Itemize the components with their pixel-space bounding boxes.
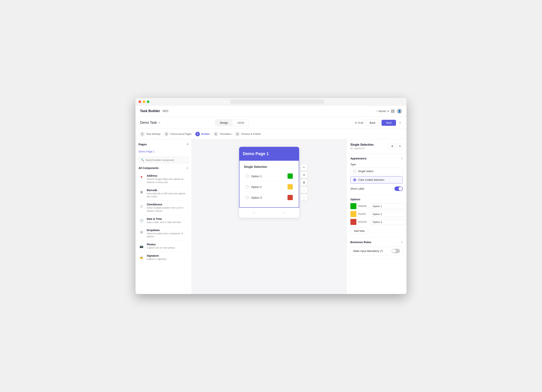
bc-step-2[interactable]: 2 Check-in/out Pages — [164, 132, 191, 136]
branch-icon: ⑂ — [376, 110, 377, 113]
add-page-button[interactable]: + — [187, 142, 189, 146]
type-label: Type — [350, 163, 403, 166]
maximize-traffic-light[interactable] — [147, 100, 149, 103]
bc-label-3: Builder — [201, 133, 210, 135]
components-header: All Components ∧ — [139, 166, 189, 170]
type-option-label-color-coded: Color Coded Selection — [358, 178, 384, 181]
canvas-option-label-3: Option 3 — [251, 196, 285, 199]
option-name-field-1[interactable] — [371, 203, 406, 209]
sidebar-header: Pages + — [139, 142, 189, 146]
component-desc-checkboxes: Select multiple answers from a list of a… — [147, 206, 189, 213]
photos-icon: 📷 — [139, 243, 145, 249]
bc-num-3: 3 — [195, 132, 200, 136]
next-button[interactable]: Next — [382, 120, 396, 126]
component-item-photos[interactable]: 📷 Photos Capture one or more photos — [139, 241, 189, 252]
component-item-dropdown[interactable]: ▤ Dropdown Select an option from a dropd… — [139, 226, 189, 241]
phone-nav-next[interactable]: → — [269, 208, 299, 218]
barcode-icon: ▦ — [139, 189, 145, 195]
radio-btn-1[interactable] — [245, 174, 249, 178]
canvas-wrapper: Demo Page 1 Single Selection Option 1 — [239, 147, 299, 218]
component-name-address: Address — [147, 174, 189, 177]
task-name-group: Demo Task ✏ — [140, 121, 161, 125]
phone-page-title: Demo Page 1 — [243, 151, 295, 156]
edit-toolbar-delete[interactable]: 🗑 — [301, 179, 307, 186]
appearance-collapse-icon[interactable]: ∧ — [401, 157, 403, 160]
bc-step-3[interactable]: 3 Builder — [195, 132, 210, 136]
component-item-address[interactable]: 📍 Address Search Google Maps and capture… — [139, 172, 189, 186]
bc-num-4: 4 — [214, 132, 218, 136]
component-info-checkboxes: Checkboxes Select multiple answers from … — [147, 203, 189, 213]
component-item-barcode[interactable]: ▦ Barcode Scan barcode or QR code and ca… — [139, 186, 189, 201]
business-rules-collapse-icon[interactable]: ∧ — [401, 241, 403, 244]
url-bar — [230, 99, 324, 104]
edit-toolbar-copy[interactable]: ⧉ — [301, 171, 307, 178]
type-option-single-select[interactable]: Single Select — [350, 168, 403, 175]
pages-title: Pages — [139, 143, 147, 146]
app-title-group: Task Builder BETA — [140, 109, 169, 113]
canvas-option-row-1[interactable]: Option 1 — [244, 171, 294, 182]
edit-toolbar-up[interactable]: ↑ — [301, 186, 307, 193]
type-radio-single-select[interactable] — [353, 170, 356, 173]
bc-step-5[interactable]: 5 Preview & Publish — [235, 132, 261, 136]
user-avatar[interactable]: 👤 — [397, 109, 402, 114]
close-button[interactable]: × — [398, 120, 402, 125]
component-name-signature: Signature — [147, 254, 189, 257]
draft-label: Draft — [358, 121, 363, 124]
close-traffic-light[interactable] — [139, 100, 141, 103]
phone-nav-prev[interactable]: ← — [239, 208, 269, 218]
bc-step-4[interactable]: 4 Translation — [214, 132, 232, 136]
type-option-color-coded[interactable]: Color Coded Selection — [350, 176, 403, 183]
tab-design[interactable]: Design — [216, 120, 233, 126]
bc-step-1[interactable]: 1 Task Settings — [140, 132, 160, 136]
back-button[interactable]: Back — [366, 120, 379, 126]
tab-json[interactable]: JSON — [233, 120, 249, 126]
option-color-2[interactable] — [350, 211, 356, 217]
component-item-signature[interactable]: ✍ Signature Capture a signature — [139, 252, 189, 263]
master-selector[interactable]: ⑂ Master ▾ — [376, 110, 389, 113]
panel-copy-button[interactable]: ⧉ — [397, 143, 403, 149]
mandatory-label: Make Input Mandatory (*) — [353, 250, 383, 252]
component-desc-photos: Capture one or more photos — [147, 246, 189, 250]
mandatory-toggle[interactable] — [392, 249, 400, 253]
search-input[interactable] — [146, 159, 186, 161]
phone-nav: ← → — [239, 208, 299, 218]
bc-label-1: Task Settings — [146, 133, 160, 135]
page-item-demo[interactable]: Demo Page 1 — [139, 149, 189, 154]
option-name-field-3[interactable] — [371, 219, 406, 225]
canvas-option-row-3[interactable]: Option 3 — [244, 192, 294, 203]
option-entry-3: #d14234 🗑 — [350, 219, 403, 225]
show-label-toggle[interactable] — [395, 186, 403, 191]
phone-header: Demo Page 1 — [239, 147, 299, 161]
panel-delete-button[interactable]: 🗑 — [389, 143, 395, 149]
main-area: Pages + Demo Page 1 🔍 All Components ∧ 📍 — [136, 139, 406, 294]
edit-toolbar-down[interactable]: ↓ — [301, 194, 307, 201]
canvas-option-label-2: Option 2 — [251, 185, 285, 189]
radio-btn-2[interactable] — [245, 185, 249, 189]
type-radio-color-coded[interactable] — [353, 178, 356, 181]
collapse-components-icon[interactable]: ∧ — [186, 166, 189, 170]
dropdown-icon: ▤ — [139, 229, 145, 235]
draft-dot — [355, 122, 357, 124]
canvas: Demo Page 1 Single Selection Option 1 — [192, 139, 347, 294]
component-item-datetime[interactable]: 🕐 Date & Time Input a date, time or date… — [139, 215, 189, 226]
component-info-address: Address Search Google Maps and capture a… — [147, 174, 189, 184]
component-item-checkboxes[interactable]: ☑ Checkboxes Select multiple answers fro… — [139, 201, 189, 215]
bc-num-2: 2 — [164, 132, 169, 136]
breadcrumb: 1 Task Settings › 2 Check-in/out Pages ›… — [136, 129, 406, 139]
component-block-title: Single Selection — [244, 165, 294, 169]
option-color-1[interactable] — [350, 203, 356, 209]
task-name-edit-icon[interactable]: ✏ — [158, 121, 161, 124]
add-new-button[interactable]: Add New — [350, 228, 368, 234]
minimize-traffic-light[interactable] — [143, 100, 145, 103]
show-label-toggle-thumb — [399, 187, 402, 191]
canvas-option-row-2[interactable]: Option 2 — [244, 182, 294, 192]
option-color-3[interactable] — [350, 219, 356, 225]
chevron-down-icon: ▾ — [388, 110, 389, 113]
option-name-field-2[interactable] — [371, 211, 406, 217]
component-info-signature: Signature Capture a signature — [147, 254, 189, 261]
grid-menu-icon[interactable] — [391, 110, 395, 113]
option-hex-2: #fac832 — [358, 213, 369, 215]
edit-toolbar-edit[interactable]: ✏ — [301, 164, 307, 171]
radio-btn-3[interactable] — [245, 196, 249, 199]
component-name-dropdown: Dropdown — [147, 229, 189, 232]
